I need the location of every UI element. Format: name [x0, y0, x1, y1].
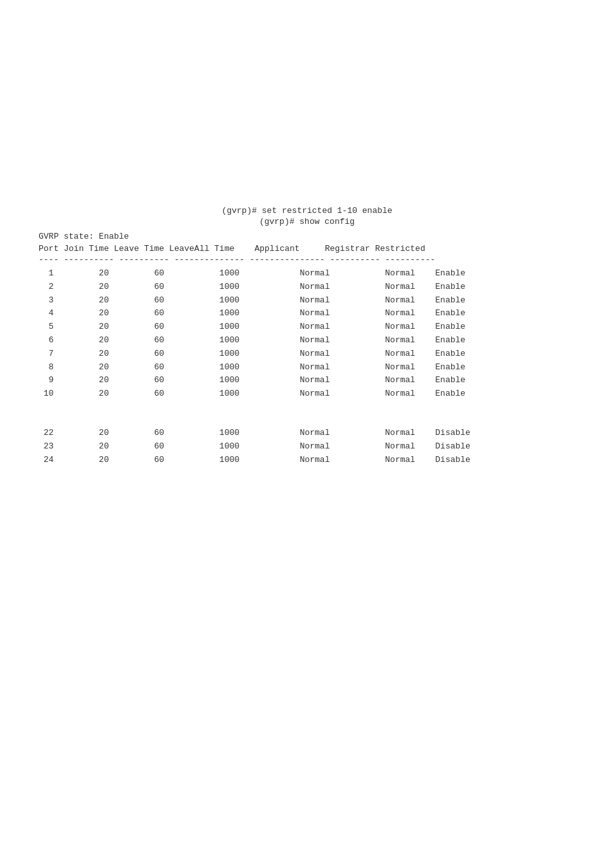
- table-row: 4 20 60 1000 Normal Normal Enable: [39, 307, 575, 320]
- table-row: 3 20 60 1000 Normal Normal Enable: [39, 294, 575, 308]
- gvrp-state: GVRP state: Enable: [39, 232, 575, 241]
- command-2: (gvrp)# show config: [39, 217, 575, 226]
- table-separator: ---- ---------- ---------- -------------…: [39, 255, 575, 264]
- table-row: 24 20 60 1000 Normal Normal Disable: [39, 454, 575, 467]
- table-row: 5 20 60 1000 Normal Normal Enable: [39, 320, 575, 334]
- command-2-text: (gvrp)# show config: [259, 217, 355, 226]
- table-row: 22 20 60 1000 Normal Normal Disable: [39, 427, 575, 440]
- enabled-rows-group: 1 20 60 1000 Normal Normal Enable 2 20 6…: [39, 267, 575, 401]
- terminal-content: (gvrp)# set restricted 1-10 enable (gvrp…: [39, 206, 575, 466]
- command-1: (gvrp)# set restricted 1-10 enable: [39, 206, 575, 216]
- table-row: 2 20 60 1000 Normal Normal Enable: [39, 281, 575, 294]
- table-row: 10 20 60 1000 Normal Normal Enable: [39, 387, 575, 401]
- command-1-text: (gvrp)# set restricted 1-10 enable: [221, 206, 392, 216]
- table-row: 9 20 60 1000 Normal Normal Enable: [39, 374, 575, 387]
- table-row: 6 20 60 1000 Normal Normal Enable: [39, 334, 575, 347]
- table-header: Port Join Time Leave Time LeaveAll Time …: [39, 244, 575, 254]
- table-row: 1 20 60 1000 Normal Normal Enable: [39, 267, 575, 281]
- table-row: 23 20 60 1000 Normal Normal Disable: [39, 440, 575, 454]
- disabled-rows-group: 22 20 60 1000 Normal Normal Disable 23 2…: [39, 427, 575, 466]
- table-row: 8 20 60 1000 Normal Normal Enable: [39, 361, 575, 374]
- table-row: 7 20 60 1000 Normal Normal Enable: [39, 347, 575, 361]
